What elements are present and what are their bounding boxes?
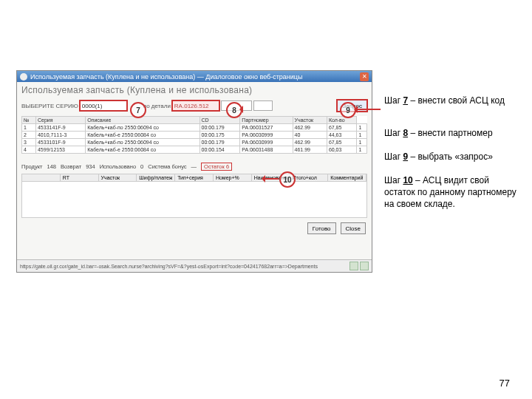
lower-col: Участок [99, 174, 137, 181]
window-title: Используемая запчасть (Куплена и не испо… [30, 73, 302, 81]
sum-rest-val: 6 [226, 163, 229, 170]
window-icon [20, 73, 27, 81]
status-icon-1 [349, 262, 358, 270]
close-icon[interactable]: ✕ [360, 72, 369, 81]
summary-row: Продукт148 Возврат934 Использовано0 Сист… [17, 161, 372, 172]
sum-return-val: 934 [86, 163, 95, 170]
step-10: Шаг 10 – АСЦ видит свой остаток по данно… [384, 174, 521, 211]
filter-row: ВЫБЕРИТЕ СЕРИЮ 0000(1) по детали RA.0126… [17, 98, 372, 115]
col-header: Кол-во [327, 117, 357, 124]
sum-used-label: Использовано [100, 163, 136, 170]
lower-grid: RTУчастокШифр/платежТип+серияНомер+%Наим… [21, 174, 367, 218]
table-row[interactable]: 24010,7111-3Кабель+каб-е 2550:06084 со00… [22, 132, 367, 139]
series-label: ВЫБЕРИТЕ СЕРИЮ [21, 103, 78, 109]
page-number: 77 [499, 378, 510, 389]
status-icon-2 [360, 262, 369, 270]
page-heading: Используемая запчасть (Куплена и не испо… [17, 82, 372, 98]
step-7: Шаг 7 – внести свой АСЦ код [384, 95, 521, 106]
callout-10: 10 [279, 171, 296, 188]
asc-code-input[interactable]: 0000(1) [80, 100, 127, 111]
titlebar: Используемая запчасть (Куплена и не испо… [17, 71, 372, 82]
table-row[interactable]: 34533101F-9Кабель+каб-по 2550:06094 со00… [22, 139, 367, 146]
results-table: №СерияОписаниеCDПартномерУчастокКол-во 1… [21, 116, 367, 154]
app-window: Используемая запчасть (Куплена и не испо… [16, 70, 372, 273]
col-header: Описание [86, 117, 200, 124]
sum-bonus-label: Система бонус [148, 163, 186, 170]
step-9: Шаг 9 – выбрать «запрос» [384, 151, 521, 163]
sum-rest-label: Остаток [204, 163, 225, 170]
status-icons [349, 262, 369, 270]
close-button[interactable]: Close [341, 222, 366, 234]
lower-col: Итого+кол [290, 174, 328, 181]
aux-input-2[interactable] [253, 100, 273, 111]
col-header: № [22, 117, 36, 124]
table-row[interactable]: 44599/12153Кабель+каб-е 2550:06084 со00:… [22, 146, 367, 154]
table-row[interactable]: 14533141F-9Кабель+каб-по 2550:06094 со00… [22, 124, 367, 132]
lower-col: RT [61, 174, 99, 181]
sum-product-label: Продукт [21, 163, 43, 170]
sum-bonus-val: — [191, 163, 197, 170]
lower-col: Комментарий [328, 174, 366, 181]
col-header: Партномер [240, 117, 293, 124]
lower-col: Шифр/платеж [137, 174, 175, 181]
lower-col: Тип+серия [175, 174, 214, 181]
status-bar: https://gate.oil.gr.cor/gate_id.bar=-osa… [17, 259, 372, 272]
lower-col: Номер+% [214, 174, 252, 181]
sum-product-val: 148 [47, 163, 57, 170]
ok-button[interactable]: Готово [307, 222, 336, 234]
partno-label: по детали [143, 103, 171, 109]
col-header: Участок [293, 117, 327, 124]
sum-return-label: Возврат [61, 163, 81, 170]
status-url: https://gate.oil.gr.cor/gate_id.bar=-osa… [20, 264, 318, 269]
sum-used-val: 0 [140, 163, 143, 170]
lower-col [22, 174, 61, 181]
step-8: Шаг 8 – внести партномер [384, 127, 521, 139]
col-header: Серия [35, 117, 85, 124]
dialog-buttons: Готово Close [17, 219, 372, 237]
partnumber-input[interactable]: RA.0126.512 [172, 100, 219, 111]
callout-7: 7 [130, 102, 146, 118]
